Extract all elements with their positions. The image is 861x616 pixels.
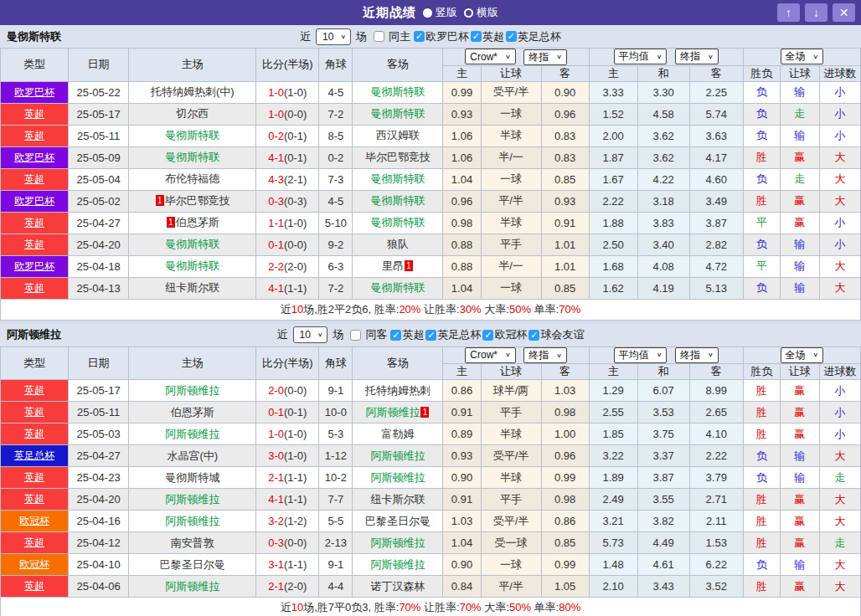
league-filter-item[interactable]: ✓英超	[390, 327, 424, 342]
scope-select[interactable]: 全场∨	[781, 347, 824, 363]
league-type-link[interactable]: 英超	[1, 489, 68, 510]
league-checkbox-checked[interactable]: ✓	[506, 31, 517, 42]
league-checkbox-checked[interactable]: ✓	[390, 330, 401, 341]
league-type-link[interactable]: 英超	[1, 278, 68, 299]
team-link[interactable]: 阿斯顿维拉	[165, 515, 219, 527]
league-filter-item[interactable]: ✓欧罗巴杯	[414, 29, 469, 44]
close-button[interactable]: ✕	[833, 3, 855, 22]
team-link[interactable]: 曼彻斯特联	[165, 259, 219, 272]
team-link[interactable]: 阿斯顿维拉	[165, 580, 219, 593]
team-link[interactable]: 诺丁汉森林	[370, 580, 425, 593]
league-type-link[interactable]: 英超	[1, 424, 68, 444]
league-filter-item[interactable]: ✓欧冠杯	[482, 327, 527, 342]
average-select[interactable]: 平均值∨	[614, 347, 668, 363]
odds-stage-select[interactable]: 终指∨	[675, 347, 719, 363]
scope-select[interactable]: 全场∨	[781, 49, 824, 64]
team-link[interactable]: 曼彻斯特联	[370, 281, 425, 294]
col-avg-away: 客	[689, 364, 743, 380]
team-link[interactable]: 阿斯顿维拉	[370, 471, 425, 484]
league-filter-item[interactable]: ✓球会友谊	[528, 327, 584, 342]
bookmaker-select[interactable]: Crow*∨	[465, 49, 515, 64]
team-link[interactable]: 水晶宫(中)	[167, 449, 218, 462]
league-checkbox-checked[interactable]: ✓	[482, 330, 493, 341]
bookmaker-select[interactable]: Crow*∨	[465, 347, 515, 363]
league-filter-item[interactable]: ✓英足总杯	[425, 327, 481, 342]
league-type-link[interactable]: 英超	[1, 104, 68, 125]
team-link[interactable]: 托特纳姆热刺(中)	[151, 85, 235, 98]
recent-count-select[interactable]: 10 ∨	[316, 28, 351, 45]
team-link[interactable]: 阿斯顿维拉	[165, 493, 219, 506]
team-link[interactable]: 曼彻斯特联	[370, 172, 425, 185]
team-link[interactable]: 曼彻斯特联	[165, 151, 219, 163]
team-section-title: 曼彻斯特联	[7, 29, 61, 44]
summary-value: 10	[291, 303, 303, 316]
team-link[interactable]: 阿斯顿维拉	[370, 449, 425, 462]
radio-horizontal-layout[interactable]: 横版	[464, 5, 498, 20]
team-link[interactable]: 里昂	[382, 259, 404, 272]
same-venue-checkbox[interactable]	[374, 31, 384, 42]
team-link[interactable]: 托特纳姆热刺	[365, 384, 430, 397]
radio-vertical-layout[interactable]: 竖版	[423, 5, 457, 20]
league-type-link[interactable]: 英超	[1, 532, 68, 553]
team-link[interactable]: 曼彻斯特联	[370, 216, 425, 228]
league-type-link[interactable]: 英超	[1, 576, 68, 597]
team-link[interactable]: 纽卡斯尔联	[165, 281, 219, 294]
average-select[interactable]: 平均值∨	[614, 49, 668, 64]
league-type-link[interactable]: 英超	[1, 126, 68, 146]
summary-label: 大率:	[482, 601, 509, 613]
league-type-link[interactable]: 英超	[1, 380, 68, 401]
team-link[interactable]: 纽卡斯尔联	[370, 493, 425, 506]
team-link[interactable]: 阿斯顿维拉	[165, 384, 219, 397]
same-venue-checkbox[interactable]	[350, 330, 361, 341]
team-link[interactable]: 曼彻斯特城	[165, 471, 219, 484]
league-type-link[interactable]: 欧冠杯	[1, 511, 68, 531]
team-link[interactable]: 伯恩茅斯	[171, 406, 214, 418]
league-type-link[interactable]: 欧冠杯	[1, 554, 68, 575]
team-link[interactable]: 曼彻斯特联	[165, 238, 219, 250]
odds-stage-select[interactable]: 终指∨	[523, 347, 567, 363]
team-link[interactable]: 阿斯顿维拉	[365, 406, 420, 418]
team-link[interactable]: 南安普敦	[171, 536, 214, 549]
team-link[interactable]: 巴黎圣日尔曼	[365, 515, 430, 527]
recent-count-select[interactable]: 10 ∨	[293, 326, 328, 343]
move-down-button[interactable]: ↓	[805, 3, 827, 22]
league-type-link[interactable]: 英足总杯	[1, 445, 68, 466]
chevron-down-icon: ∨	[708, 352, 714, 359]
league-type-link[interactable]: 欧罗巴杯	[1, 256, 68, 277]
league-type-link[interactable]: 欧罗巴杯	[1, 82, 68, 103]
league-checkbox-checked[interactable]: ✓	[425, 330, 436, 341]
team-link[interactable]: 狼队	[387, 238, 409, 250]
league-type-link[interactable]: 英超	[1, 402, 68, 423]
league-type-link[interactable]: 英超	[1, 234, 68, 255]
team-link[interactable]: 曼彻斯特联	[165, 129, 219, 141]
team-link[interactable]: 切尔西	[176, 107, 209, 120]
league-type-link[interactable]: 英超	[1, 467, 68, 488]
team-link[interactable]: 毕尔巴鄂竞技	[165, 194, 230, 207]
move-up-button[interactable]: ↑	[777, 3, 800, 22]
team-link[interactable]: 阿斯顿维拉	[370, 536, 425, 549]
team-link[interactable]: 巴黎圣日尔曼	[160, 558, 225, 571]
league-checkbox-checked[interactable]: ✓	[471, 31, 482, 42]
team-link[interactable]: 阿斯顿维拉	[370, 558, 425, 571]
league-type-link[interactable]: 英超	[1, 213, 68, 234]
team-link[interactable]: 毕尔巴鄂竞技	[365, 151, 430, 163]
league-type-link[interactable]: 欧罗巴杯	[1, 147, 68, 168]
team-link[interactable]: 曼彻斯特联	[370, 85, 425, 98]
league-checkbox-checked[interactable]: ✓	[414, 31, 425, 42]
league-filter-item[interactable]: ✓英足总杯	[506, 29, 561, 44]
team-link[interactable]: 曼彻斯特联	[370, 194, 425, 207]
league-checkbox-checked[interactable]: ✓	[528, 330, 539, 341]
odds-stage-select[interactable]: 终指∨	[523, 49, 567, 65]
team-link[interactable]: 伯恩茅斯	[176, 216, 219, 228]
team-link[interactable]: 布伦特福德	[165, 172, 219, 185]
team-link[interactable]: 富勒姆	[381, 428, 414, 440]
odds-stage-select[interactable]: 终指∨	[675, 49, 719, 64]
team-link[interactable]: 曼彻斯特联	[370, 107, 425, 120]
league-filter-item[interactable]: ✓英超	[471, 29, 504, 44]
team-link[interactable]: 西汉姆联	[376, 129, 420, 141]
match-row: 英超25-04-12南安普敦0-3(0-0)2-13阿斯顿维拉1.04受一球0.…	[1, 532, 861, 554]
league-type-link[interactable]: 欧罗巴杯	[1, 191, 68, 212]
league-type-link[interactable]: 英超	[1, 169, 68, 190]
corner-cell: 0-2	[319, 146, 353, 168]
team-link[interactable]: 阿斯顿维拉	[165, 428, 219, 440]
